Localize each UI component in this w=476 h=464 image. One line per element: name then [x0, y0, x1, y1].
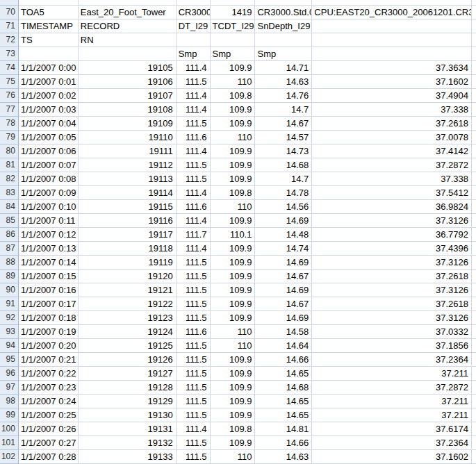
cell[interactable]: 1/1/2007 0:03	[19, 103, 79, 117]
cell[interactable]	[472, 395, 476, 408]
cell[interactable]: 19126	[79, 353, 177, 367]
cell[interactable]: 111.5	[177, 311, 211, 325]
cell[interactable]: CR3000.Std.04	[255, 6, 312, 19]
cell[interactable]	[472, 117, 476, 131]
cell[interactable]: 111.6	[177, 200, 211, 214]
cell[interactable]: 19109	[79, 117, 177, 131]
cell[interactable]: 37.3126	[312, 214, 472, 228]
cell[interactable]	[472, 242, 476, 256]
cell[interactable]: 1/1/2007 0:28	[19, 450, 79, 464]
cell[interactable]	[312, 0, 472, 6]
cell[interactable]: 14.81	[255, 422, 312, 436]
cell[interactable]: 1/1/2007 0:06	[19, 144, 79, 158]
cell[interactable]: 14.57	[255, 131, 312, 144]
cell[interactable]	[472, 144, 476, 158]
cell[interactable]: 19124	[79, 325, 177, 339]
cell[interactable]	[177, 0, 211, 6]
row-header[interactable]: 75	[0, 75, 19, 89]
cell[interactable]: 37.4396	[312, 242, 472, 256]
cell[interactable]: 110.1	[211, 228, 256, 242]
cell[interactable]: 1/1/2007 0:05	[19, 131, 79, 144]
row-header[interactable]: 86	[0, 228, 19, 242]
cell[interactable]: 111.5	[177, 283, 211, 297]
cell[interactable]: 111.5	[177, 75, 211, 89]
cell[interactable]	[472, 311, 476, 325]
cell[interactable]: 14.58	[255, 325, 312, 339]
cell[interactable]: 14.67	[255, 117, 312, 131]
cell[interactable]: 109.9	[211, 381, 256, 395]
cell[interactable]: 19114	[79, 186, 177, 200]
cell[interactable]	[472, 214, 476, 228]
row-header[interactable]: 83	[0, 186, 19, 200]
cell[interactable]: 19106	[79, 75, 177, 89]
cell[interactable]: RECORD	[79, 19, 177, 33]
cell[interactable]: 14.76	[255, 89, 312, 103]
cell[interactable]: 37.1602	[312, 450, 472, 464]
cell[interactable]	[177, 33, 211, 47]
cell[interactable]: 14.65	[255, 367, 312, 381]
cell[interactable]: 14.69	[255, 311, 312, 325]
cell[interactable]: 19128	[79, 381, 177, 395]
cell[interactable]	[472, 75, 476, 89]
cell[interactable]	[79, 47, 177, 61]
cell[interactable]	[472, 353, 476, 367]
cell[interactable]: 109.9	[211, 408, 256, 422]
cell[interactable]: 109.9	[211, 61, 256, 75]
cell[interactable]	[472, 450, 476, 464]
cell[interactable]: 19116	[79, 214, 177, 228]
cell[interactable]: 1/1/2007 0:09	[19, 186, 79, 200]
cell[interactable]	[255, 33, 312, 47]
cell[interactable]: 109.9	[211, 158, 256, 172]
cell[interactable]	[472, 339, 476, 353]
cell[interactable]: 1/1/2007 0:04	[19, 117, 79, 131]
cell[interactable]: 1/1/2007 0:12	[19, 228, 79, 242]
cell[interactable]: 37.211	[312, 367, 472, 381]
cell[interactable]: 109.9	[211, 214, 256, 228]
row-header[interactable]: 71	[0, 19, 19, 33]
cell[interactable]: 19117	[79, 228, 177, 242]
row-header[interactable]: 90	[0, 283, 19, 297]
cell[interactable]: 109.9	[211, 117, 256, 131]
cell[interactable]: 37.3126	[312, 311, 472, 325]
cell[interactable]: 37.4904	[312, 89, 472, 103]
cell[interactable]	[472, 89, 476, 103]
row-header[interactable]: 99	[0, 408, 19, 422]
cell[interactable]: 110	[211, 131, 256, 144]
cell[interactable]: 110	[211, 75, 256, 89]
cell[interactable]: 19105	[79, 61, 177, 75]
row-header[interactable]: 85	[0, 214, 19, 228]
cell[interactable]: DT_I29	[177, 19, 211, 33]
row-header[interactable]: 100	[0, 422, 19, 436]
cell[interactable]: 1419	[211, 6, 256, 19]
cell[interactable]: 1/1/2007 0:01	[19, 75, 79, 89]
row-header[interactable]: 76	[0, 89, 19, 103]
cell[interactable]: 109.8	[211, 186, 256, 200]
cell[interactable]: 109.9	[211, 103, 256, 117]
cell[interactable]: 14.63	[255, 450, 312, 464]
cell[interactable]: Smp	[211, 47, 256, 61]
cell[interactable]: 37.2618	[312, 297, 472, 311]
cell[interactable]: 1/1/2007 0:00	[19, 61, 79, 75]
cell[interactable]	[472, 47, 476, 61]
row-header[interactable]: 94	[0, 339, 19, 353]
cell[interactable]	[472, 228, 476, 242]
cell[interactable]	[472, 422, 476, 436]
row-header[interactable]: 89	[0, 270, 19, 283]
cell[interactable]: 109.9	[211, 242, 256, 256]
cell[interactable]: 1/1/2007 0:24	[19, 395, 79, 408]
row-header[interactable]: 84	[0, 200, 19, 214]
cell[interactable]: 111.4	[177, 214, 211, 228]
row-header[interactable]: 98	[0, 395, 19, 408]
cell[interactable]: TOA5	[19, 6, 79, 19]
cell[interactable]: TIMESTAMP	[19, 19, 79, 33]
cell[interactable]: 109.9	[211, 395, 256, 408]
cell[interactable]: 111.5	[177, 256, 211, 270]
cell[interactable]: 37.5412	[312, 186, 472, 200]
cell[interactable]: 19112	[79, 158, 177, 172]
cell[interactable]: 37.2618	[312, 270, 472, 283]
cell[interactable]: 111.4	[177, 61, 211, 75]
cell[interactable]	[472, 33, 476, 47]
cell[interactable]: 14.65	[255, 395, 312, 408]
cell[interactable]: 111.5	[177, 408, 211, 422]
cell[interactable]: 110	[211, 200, 256, 214]
